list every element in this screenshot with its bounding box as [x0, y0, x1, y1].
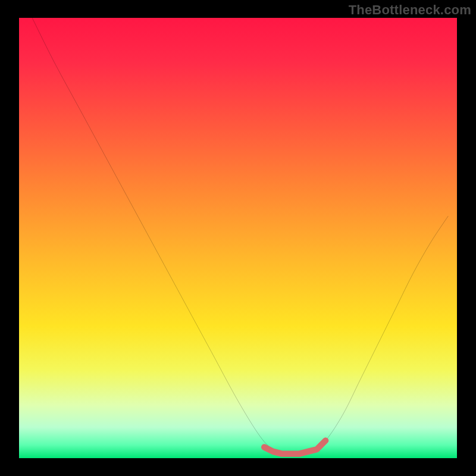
bottleneck-chart	[19, 18, 457, 458]
watermark-text: TheBottleneck.com	[349, 2, 471, 18]
chart-background	[19, 18, 457, 458]
chart-frame: TheBottleneck.com	[0, 0, 476, 476]
